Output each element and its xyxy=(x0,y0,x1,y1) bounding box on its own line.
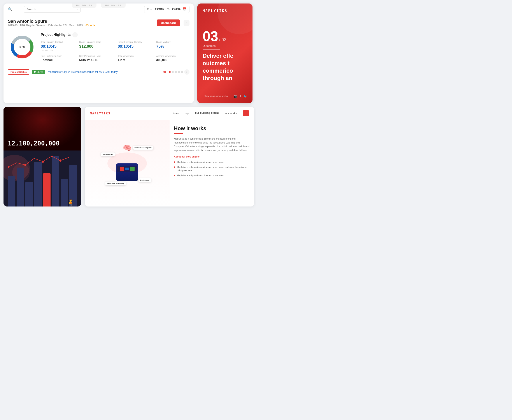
dashboard-panel: HH : MM : SS HH : MM : SS 🔍 › From 23/4/… xyxy=(3,3,194,103)
stat-item-1: Brand Exposure Value $12,000 xyxy=(79,41,113,51)
stat-label-3: Brand Visibility xyxy=(156,41,189,43)
nav-next-button[interactable]: › xyxy=(184,69,189,75)
search-input[interactable] xyxy=(26,8,75,11)
date-to-value: 23/4/19 xyxy=(172,8,181,11)
instagram-icon[interactable]: 📷 xyxy=(234,95,237,98)
bullet-dot-2 xyxy=(174,175,175,176)
dot-navigation: › xyxy=(169,69,189,75)
nav-cta-button[interactable] xyxy=(243,110,249,116)
bullet-text-2: Maplytiks is a dynamic real-time and som… xyxy=(177,174,224,177)
dark-chart-panel: 12,100,200,000 🧍 xyxy=(3,107,81,207)
dark-number: 12,100,200,000 xyxy=(8,140,60,147)
stat-label-2: Brand Exposure Quantity xyxy=(118,41,151,43)
bullet-item-2: Maplytiks is a dynamic real-time and som… xyxy=(174,174,250,177)
time-badges-container: HH : MM : SS HH : MM : SS xyxy=(72,3,126,8)
nav-link-intro[interactable]: intro xyxy=(173,112,179,115)
float-card-streaming: Real-Time Streaming xyxy=(105,181,126,185)
stat-value-0: 09:10:45 xyxy=(41,44,74,49)
stat-label-1: Brand Exposure Value xyxy=(79,41,113,43)
status-message: Manchester City vs Liverpool scheduled f… xyxy=(48,70,161,74)
stat-label-7: Average Viewership xyxy=(156,55,189,57)
donut-percent-label: 33% xyxy=(19,45,25,49)
team-league: NBA Regular Season xyxy=(20,24,45,27)
search-icon: 🔍 xyxy=(8,7,12,11)
team-name: San Antonio Spurs xyxy=(8,19,95,24)
stat-value-4: Football xyxy=(41,58,74,62)
bar-1 xyxy=(8,176,15,207)
dot-1[interactable] xyxy=(169,71,171,73)
status-number: 01 xyxy=(163,70,166,74)
website-panel: MAPLYTIKS intro usp our building blocks … xyxy=(85,107,254,207)
search-arrow-icon: › xyxy=(76,8,78,11)
date-from-label: From xyxy=(147,8,153,11)
social-row: Follow us on social Media 📷 f 🐦 xyxy=(203,90,247,98)
stat-label-4: Best Performing Sport xyxy=(41,55,74,57)
live-badge: M - Live xyxy=(32,70,45,74)
stat-label-6: Total Viewership xyxy=(118,55,151,57)
website-text-section: How it works Maplytiks, is a dynamic rea… xyxy=(170,120,255,207)
stat-label-0: Total Duration Tracked xyxy=(41,41,74,43)
social-label: Follow us on social Media xyxy=(203,95,231,97)
brain-icon: 🧠 xyxy=(123,144,131,152)
person-figure: 🧍 xyxy=(66,199,75,207)
dot-5[interactable] xyxy=(181,71,183,73)
bullet-list: Maplytiks is a dynamic real-time and som… xyxy=(174,161,250,177)
stat-item-2: Brand Exposure Quantity 09:10:45 xyxy=(118,41,151,51)
red-panel: MAPLYTIKS 03 / 03 Outcomes Deliver effe … xyxy=(197,3,253,103)
nav-link-building-blocks[interactable]: our building blocks xyxy=(195,111,219,115)
chart-area: 🧍 xyxy=(3,150,81,207)
nav-link-usp[interactable]: usp xyxy=(185,112,189,115)
project-status-badge: Project Status xyxy=(8,69,29,75)
highlights-header: Project Highlights › xyxy=(41,32,189,38)
stat-sub-0: HH : MM : SS xyxy=(41,49,74,51)
date-to-label: To xyxy=(167,8,170,11)
team-dates: 15th March - 27th March 2019 xyxy=(47,24,83,27)
chevron-up-button[interactable]: ^ xyxy=(184,20,189,26)
bullet-dot-0 xyxy=(174,161,175,163)
slide-counter: 03 xyxy=(203,29,218,43)
nav-link-our-works[interactable]: our works xyxy=(225,112,237,115)
bullet-item-0: Maplytiks is a dynamic real-time and som… xyxy=(174,161,250,164)
donut-chart-wrap: 33% xyxy=(8,32,36,62)
float-card-dashboard: Dashboard xyxy=(138,178,151,182)
bar-2 xyxy=(17,168,24,207)
stat-value-5: MUN vs CHE xyxy=(79,58,113,62)
stat-value-3: 75% xyxy=(156,44,189,49)
stat-item-3: Brand Visibility 75% xyxy=(156,41,189,51)
stat-item-0: Total Duration Tracked 09:10:45 HH : MM … xyxy=(41,41,74,51)
outcomes-label: Outcomes xyxy=(203,44,220,50)
slide-headline: Deliver effe outcmes t commerico through… xyxy=(203,52,247,82)
stats-grid: Total Duration Tracked 09:10:45 HH : MM … xyxy=(41,41,189,62)
highlights-arrow-button[interactable]: › xyxy=(72,32,78,38)
stat-value-2: 09:10:45 xyxy=(118,44,151,49)
bar-6 xyxy=(52,156,59,207)
dash-content: 33% Project Highlights › Total Duration … xyxy=(3,29,194,65)
about-core-engine-link[interactable]: About our core engine xyxy=(174,155,250,158)
stat-item-7: Average Viewership 300,000 xyxy=(156,55,189,62)
facebook-icon[interactable]: f xyxy=(240,95,241,98)
dashboard-button[interactable]: Dashboard xyxy=(157,19,180,26)
website-nav: MAPLYTIKS intro usp our building blocks … xyxy=(85,107,254,120)
status-bar: Project Status M - Live Manchester City … xyxy=(3,67,194,77)
website-nav-logo: MAPLYTIKS xyxy=(90,112,111,115)
bullet-item-1: Maplytiks is a dynamic real-time and som… xyxy=(174,165,250,172)
bar-4 xyxy=(34,162,42,207)
highlights-section: Project Highlights › Total Duration Trac… xyxy=(41,32,189,62)
twitter-icon[interactable]: 🐦 xyxy=(243,95,247,98)
time-badge-2: HH : MM : SS xyxy=(101,3,126,8)
red-underline-decoration xyxy=(174,133,183,134)
dot-2[interactable] xyxy=(172,71,174,73)
dot-4[interactable] xyxy=(178,71,180,73)
highlights-title: Project Highlights xyxy=(41,33,71,37)
nav-links: intro usp our building blocks our works xyxy=(173,110,249,116)
brand-logo: MAPLYTIKS xyxy=(203,9,247,13)
dot-3[interactable] xyxy=(175,71,177,73)
date-from-value: 23/4/19 xyxy=(155,8,164,11)
bullet-dot-1 xyxy=(174,166,175,168)
date-filter[interactable]: From 23/4/19 To 23/4/19 📅 xyxy=(144,6,189,13)
how-it-works-heading: How it works xyxy=(174,125,250,131)
team-tag: #Sports xyxy=(85,24,95,27)
stat-item-6: Total Viewership 1.2 M xyxy=(118,55,151,62)
website-body: 🧠 Customised Reports Social Media Dashbo… xyxy=(85,120,254,207)
bar-3 xyxy=(25,182,33,207)
